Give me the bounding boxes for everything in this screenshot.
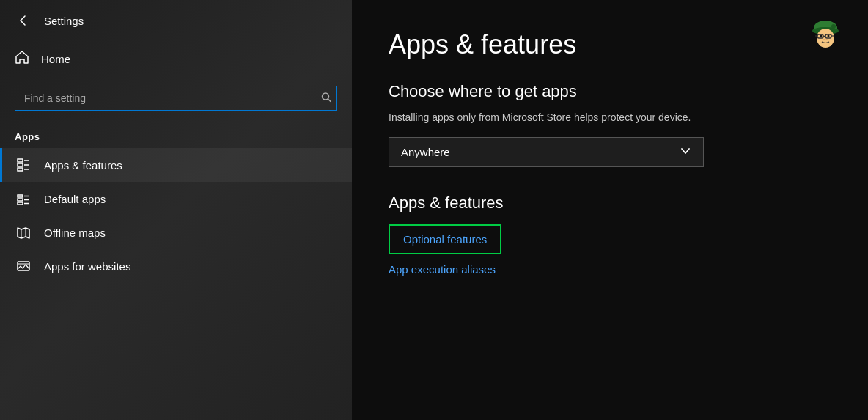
main-content: Apps & features Choose where to get apps…	[352, 0, 868, 420]
title-bar: Settings	[0, 0, 352, 41]
nav-item-apps-features[interactable]: Apps & features	[0, 148, 352, 182]
nav-label-default-apps: Default apps	[44, 193, 106, 205]
apps-features-subheading: Apps & features	[389, 194, 831, 213]
avatar-area	[806, 15, 846, 55]
apps-features-icon	[15, 158, 32, 172]
search-icon-button[interactable]	[321, 92, 331, 105]
svg-rect-10	[18, 202, 23, 205]
app-execution-aliases-link[interactable]: App execution aliases	[389, 263, 831, 276]
chevron-down-icon	[680, 145, 691, 159]
svg-rect-3	[18, 163, 23, 166]
home-nav-item[interactable]: Home	[0, 41, 352, 77]
svg-point-24	[820, 35, 823, 37]
svg-rect-2	[18, 159, 23, 162]
home-icon	[15, 50, 29, 68]
svg-rect-16	[18, 262, 29, 270]
page-title: Apps & features	[389, 29, 831, 60]
avatar	[806, 15, 846, 55]
window-title: Settings	[44, 15, 84, 27]
choose-where-heading: Choose where to get apps	[389, 82, 831, 101]
svg-rect-4	[18, 168, 23, 171]
search-input[interactable]	[15, 86, 337, 111]
anywhere-dropdown[interactable]: Anywhere	[389, 137, 704, 167]
nav-item-default-apps[interactable]: Default apps	[0, 182, 352, 215]
optional-features-link[interactable]: Optional features	[389, 224, 501, 254]
nav-label-apps-features: Apps & features	[44, 159, 122, 172]
back-button[interactable]	[15, 12, 32, 29]
nav-item-apps-websites[interactable]: Apps for websites	[0, 249, 352, 283]
apps-websites-icon	[15, 259, 32, 273]
nav-item-offline-maps[interactable]: Offline maps	[0, 215, 352, 249]
offline-maps-icon	[15, 225, 32, 240]
choose-where-description: Installing apps only from Microsoft Stor…	[389, 110, 831, 125]
svg-rect-9	[18, 199, 23, 201]
dropdown-value: Anywhere	[401, 146, 450, 158]
section-label: Apps	[0, 119, 352, 148]
search-box	[15, 86, 337, 111]
avatar-image	[806, 15, 846, 55]
home-label: Home	[41, 53, 70, 65]
svg-point-25	[828, 35, 830, 37]
default-apps-icon	[15, 191, 32, 206]
sidebar: Settings Home Apps	[0, 0, 352, 420]
svg-rect-8	[18, 195, 23, 197]
svg-point-28	[831, 24, 836, 29]
nav-label-apps-websites: Apps for websites	[44, 260, 130, 273]
nav-items-list: Apps & features Default apps	[0, 148, 352, 283]
svg-line-1	[328, 99, 331, 102]
nav-label-offline-maps: Offline maps	[44, 226, 106, 239]
